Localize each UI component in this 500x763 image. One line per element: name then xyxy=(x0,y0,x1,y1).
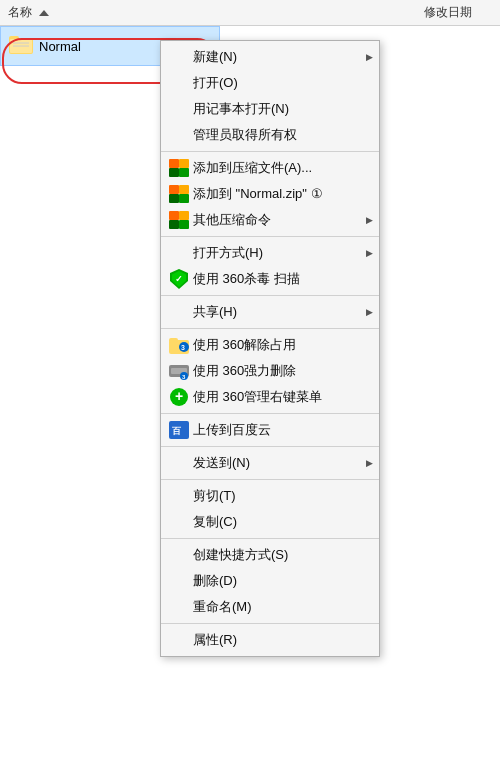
menu-separator-after-scan-360 xyxy=(161,295,379,296)
svg-text:3: 3 xyxy=(181,344,185,351)
menu-item-properties[interactable]: 属性(R) xyxy=(161,627,379,653)
menu-separator-after-rename xyxy=(161,623,379,624)
menu-item-open[interactable]: 打开(O) xyxy=(161,70,379,96)
menu-item-cut[interactable]: 剪切(T) xyxy=(161,483,379,509)
360-unlock-icon: 3 xyxy=(169,336,189,354)
column-name: 名称 xyxy=(8,4,208,21)
menu-item-other-compress[interactable]: 其他压缩命令 xyxy=(161,207,379,233)
new-icon xyxy=(169,48,189,66)
scan-360-label: 使用 360杀毒 扫描 xyxy=(193,270,300,288)
menu-item-360-context[interactable]: + 使用 360管理右键菜单 xyxy=(161,384,379,410)
svg-rect-7 xyxy=(169,168,179,177)
360-unlock-label: 使用 360解除占用 xyxy=(193,336,296,354)
baidu-upload-icon: 百 xyxy=(169,421,189,439)
share-label: 共享(H) xyxy=(193,303,237,321)
360-force-delete-label: 使用 360强力删除 xyxy=(193,362,296,380)
svg-rect-8 xyxy=(179,168,189,177)
col-date-label: 修改日期 xyxy=(424,5,472,19)
menu-item-360-force-delete[interactable]: 3 使用 360强力删除 xyxy=(161,358,379,384)
menu-item-delete[interactable]: 删除(D) xyxy=(161,568,379,594)
admin-rights-icon xyxy=(169,126,189,144)
create-shortcut-icon xyxy=(169,546,189,564)
baidu-upload-label: 上传到百度云 xyxy=(193,421,271,439)
menu-separator-after-360-context xyxy=(161,413,379,414)
open-notepad-icon xyxy=(169,100,189,118)
add-to-normal-zip-label: 添加到 "Normal.zip" ① xyxy=(193,185,323,203)
svg-rect-9 xyxy=(169,185,179,194)
svg-text:百: 百 xyxy=(172,426,182,436)
file-name-label: Normal xyxy=(39,39,81,54)
open-label: 打开(O) xyxy=(193,74,238,92)
menu-item-send-to[interactable]: 发送到(N) xyxy=(161,450,379,476)
svg-text:+: + xyxy=(175,388,183,404)
menu-separator-after-admin-rights xyxy=(161,151,379,152)
svg-rect-11 xyxy=(169,194,179,203)
svg-rect-15 xyxy=(169,220,179,229)
col-name-label: 名称 xyxy=(8,5,32,19)
menu-item-copy[interactable]: 复制(C) xyxy=(161,509,379,535)
menu-separator-after-send-to xyxy=(161,479,379,480)
column-date: 修改日期 xyxy=(424,4,492,21)
cut-label: 剪切(T) xyxy=(193,487,236,505)
menu-item-admin-rights[interactable]: 管理员取得所有权 xyxy=(161,122,379,148)
svg-rect-14 xyxy=(179,211,189,220)
cut-icon xyxy=(169,487,189,505)
menu-item-share[interactable]: 共享(H) xyxy=(161,299,379,325)
menu-item-new[interactable]: 新建(N) xyxy=(161,44,379,70)
menu-item-360-unlock[interactable]: 3 使用 360解除占用 xyxy=(161,332,379,358)
menu-separator-after-share xyxy=(161,328,379,329)
rename-icon xyxy=(169,598,189,616)
file-folder-icon xyxy=(9,34,33,58)
menu-item-rename[interactable]: 重命名(M) xyxy=(161,594,379,620)
other-compress-icon xyxy=(169,211,189,229)
explorer-header: 名称 修改日期 xyxy=(0,0,500,26)
properties-label: 属性(R) xyxy=(193,631,237,649)
send-to-icon xyxy=(169,454,189,472)
scan-360-icon: ✓ xyxy=(169,270,189,288)
menu-separator-after-copy xyxy=(161,538,379,539)
delete-label: 删除(D) xyxy=(193,572,237,590)
delete-icon xyxy=(169,572,189,590)
menu-item-open-with[interactable]: 打开方式(H) xyxy=(161,240,379,266)
menu-item-scan-360[interactable]: ✓ 使用 360杀毒 扫描 xyxy=(161,266,379,292)
send-to-label: 发送到(N) xyxy=(193,454,250,472)
file-explorer: 名称 修改日期 Normal 新建(N)打开(O)用记事本打开(N)管理员取得所… xyxy=(0,0,500,763)
svg-text:✓: ✓ xyxy=(175,274,183,284)
menu-item-baidu-upload[interactable]: 百 上传到百度云 xyxy=(161,417,379,443)
360-context-label: 使用 360管理右键菜单 xyxy=(193,388,322,406)
menu-separator-after-baidu-upload xyxy=(161,446,379,447)
360-context-icon: + xyxy=(169,388,189,406)
copy-icon xyxy=(169,513,189,531)
sort-arrow-icon xyxy=(39,10,49,16)
admin-rights-label: 管理员取得所有权 xyxy=(193,126,297,144)
svg-rect-21 xyxy=(169,338,178,343)
svg-rect-6 xyxy=(179,159,189,168)
menu-separator-after-other-compress xyxy=(161,236,379,237)
context-menu: 新建(N)打开(O)用记事本打开(N)管理员取得所有权 添加到压缩文件(A)..… xyxy=(160,40,380,657)
add-to-zip-label: 添加到压缩文件(A)... xyxy=(193,159,312,177)
menu-item-add-to-normal-zip[interactable]: 添加到 "Normal.zip" ① xyxy=(161,181,379,207)
other-compress-label: 其他压缩命令 xyxy=(193,211,271,229)
copy-label: 复制(C) xyxy=(193,513,237,531)
svg-rect-10 xyxy=(179,185,189,194)
360-force-delete-icon: 3 xyxy=(169,362,189,380)
svg-rect-13 xyxy=(169,211,179,220)
svg-rect-12 xyxy=(179,194,189,203)
open-with-icon xyxy=(169,244,189,262)
properties-icon xyxy=(169,631,189,649)
svg-rect-16 xyxy=(179,220,189,229)
menu-item-open-notepad[interactable]: 用记事本打开(N) xyxy=(161,96,379,122)
menu-item-add-to-zip[interactable]: 添加到压缩文件(A)... xyxy=(161,155,379,181)
new-label: 新建(N) xyxy=(193,48,237,66)
open-icon xyxy=(169,74,189,92)
open-notepad-label: 用记事本打开(N) xyxy=(193,100,289,118)
create-shortcut-label: 创建快捷方式(S) xyxy=(193,546,288,564)
open-with-label: 打开方式(H) xyxy=(193,244,263,262)
share-icon xyxy=(169,303,189,321)
rename-label: 重命名(M) xyxy=(193,598,252,616)
add-to-zip-icon xyxy=(169,159,189,177)
add-to-normal-zip-icon xyxy=(169,185,189,203)
menu-item-create-shortcut[interactable]: 创建快捷方式(S) xyxy=(161,542,379,568)
svg-rect-5 xyxy=(169,159,179,168)
